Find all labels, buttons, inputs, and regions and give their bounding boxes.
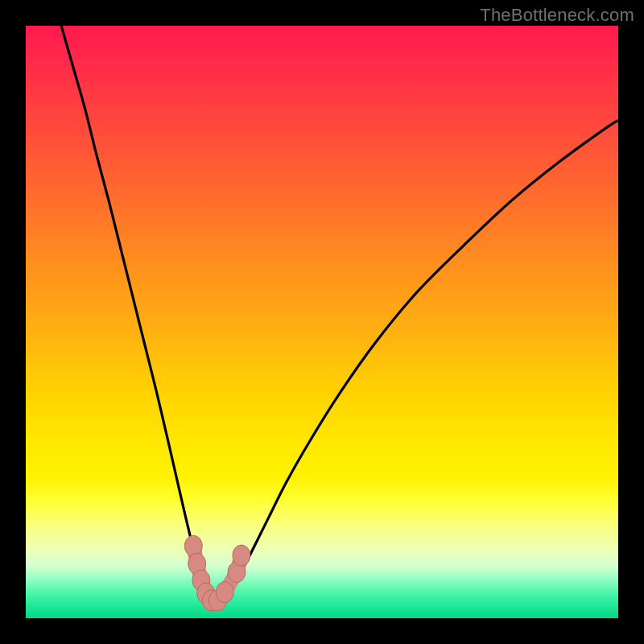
data-marker [216,582,233,603]
watermark-text: TheBottleneck.com [480,5,634,26]
data-marker [233,545,250,566]
marker-group [184,535,250,611]
marker-layer [26,26,618,618]
chart-frame: TheBottleneck.com [0,0,644,644]
data-marker [184,535,202,556]
plot-area [26,26,618,618]
